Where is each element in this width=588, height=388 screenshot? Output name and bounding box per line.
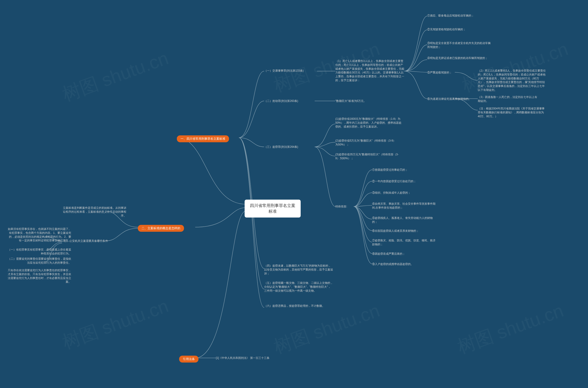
watermark: 树图 shutu.cn bbox=[59, 294, 172, 355]
watermark: 树图 shutu.cn bbox=[59, 46, 172, 107]
node-theft-a1: (1)盗窃价值1600元为"数额较大"（特殊情形（1-8）为50%），两年内三次… bbox=[335, 117, 402, 128]
node-theft[interactable]: （三）盗窃罪(刑法第264条) bbox=[264, 145, 298, 149]
node-traffic-s6: ⑥为逃避法律追究逃离事故现场的。 bbox=[427, 97, 471, 101]
node-b2-p2: 如果没有犯罪事实存在，也就谈不到立案的问题了。有犯罪事实，包含两个方面的内容。1… bbox=[7, 227, 71, 242]
node-theft-special-label: 特殊情形: bbox=[335, 205, 347, 209]
node-robbery[interactable]: （二）抢劫罪(刑法第263条) bbox=[264, 99, 298, 103]
node-traffic-s2: ②无驾驶资格驾驶机动车辆的； bbox=[427, 27, 466, 31]
node-robbery-value: "数额巨大"标准为5万元。 bbox=[335, 99, 366, 103]
node-traffic-case3: （3）因逃逸致一人死亡的，法定刑在七年以上有期徒刑。 bbox=[478, 95, 537, 103]
node-traffic-note: （注：根据2004年四川省高级法院《关于我省交通肇事罪有关数额执行标准的通知》，… bbox=[478, 107, 547, 118]
node-theft-a2: (2)盗窃价值5万元为"数额巨大"（特殊情形（3-9）为50%）； bbox=[335, 139, 397, 147]
node-b2-c2: （二）需要追究刑事责任需要追究刑事责任，是指依法应当追究犯罪行为人的刑事责任。 bbox=[7, 257, 71, 265]
node-theft-s7: ⑦盗窃救灾、抢险、防汛、优抚、扶贫、移民、救济款物的； bbox=[372, 239, 436, 246]
node-b2-p1: 立案标准是判断案件是否成立的初始标准。从刑事诉讼程序的过程来看，立案标准的意义在… bbox=[62, 206, 126, 218]
node-traffic-crime[interactable]: （一）交通肇事罪(刑法第133条) bbox=[264, 69, 304, 73]
node-theft-s5: ⑤盗窃残疾人、孤寡老人、丧失劳动能力人的财物的； bbox=[372, 216, 436, 224]
branch-2[interactable]: 二、立案标准的概念是怎样的 bbox=[138, 225, 184, 232]
node-theft-a3: (3)盗窃价值35万元为"数额特别巨大"（特殊情形（3-9）为50%）； bbox=[335, 153, 400, 160]
node-b2-p3-label[interactable]: 三、公安机关立案需要具备哪些条件 bbox=[62, 239, 108, 243]
node-theft-n6: （六）盗窃违禁品，按盗窃罪处理的，不计数额。 bbox=[264, 304, 328, 308]
node-theft-n5: （五）盗窃馆藏一般文物、三级文物、二级以上文物的，分别认定为"数额较大"、"数额… bbox=[264, 281, 333, 292]
node-b2-c1: （一）有犯罪事实有犯罪事实，是指客观上存在着某种危害社会的犯罪行为。 bbox=[7, 248, 71, 256]
node-theft-n4: （四）盗窃未遂，以数额巨大"5万元"的财物为目标的，以珍贵文物为目标的，其他情节… bbox=[264, 264, 333, 275]
node-theft-s8: ⑧因盗窃造成严重后果的； bbox=[372, 252, 405, 256]
node-theft-s3: ③组织、控制未成年人盗窃的； bbox=[372, 191, 411, 195]
node-b2-p4: 只有存在依法需要追究行为人刑事责任的犯罪事实，才具有立案的价值。只有当有犯罪事实… bbox=[7, 268, 71, 284]
node-theft-s1: ①曾因盗窃受过刑事处罚的； bbox=[372, 168, 408, 172]
node-traffic-s3: ③明知是安全装置不全或者安全机件失灵的机动车辆而驾驶的； bbox=[427, 41, 492, 49]
branch-1[interactable]: 一、四川省常用刑事罪名立案标准 bbox=[177, 135, 229, 142]
node-traffic-s5: ⑤严重超载驾驶的； bbox=[427, 71, 452, 74]
node-traffic-case1: （1）死亡1人或者重伤3人以上，负事故全部或者主要责任的；死亡3人以上，负事故同… bbox=[335, 59, 404, 82]
node-ref: [1]《中华人民共和国刑法》 第一百三十三条 bbox=[216, 356, 269, 360]
branch-3[interactable]: 引用法条 bbox=[179, 356, 198, 363]
node-theft-s6: ⑥在医院盗窃病人或者其亲友财物的； bbox=[372, 229, 419, 233]
node-theft-s9: ⑨入户盗窃的或携带凶器盗窃的。 bbox=[372, 262, 413, 266]
node-traffic-case2: （2）死亡2人或者重伤5人，负事故全部责任或主要责任的；死亡6人，负事故同等责任… bbox=[478, 69, 547, 92]
node-traffic-s4: ④明知是无牌证或者已报废的机动车辆而驾驶的； bbox=[427, 56, 488, 60]
watermark: 树图 shutu.cn bbox=[454, 298, 567, 360]
node-traffic-s1: ①酒后、吸食毒品后驾驶机动车辆的； bbox=[427, 14, 474, 18]
connector-layer bbox=[0, 0, 588, 388]
node-theft-s2: ②一年内曾因盗窃受过行政处罚的； bbox=[372, 179, 416, 183]
root-node[interactable]: 四川省常用刑事罪名立案标准 bbox=[245, 200, 301, 218]
node-theft-s4: ④自然灾害、事故灾害、社会安全事件等突发事件期间,在事件发生地盗窃的； bbox=[372, 202, 436, 210]
